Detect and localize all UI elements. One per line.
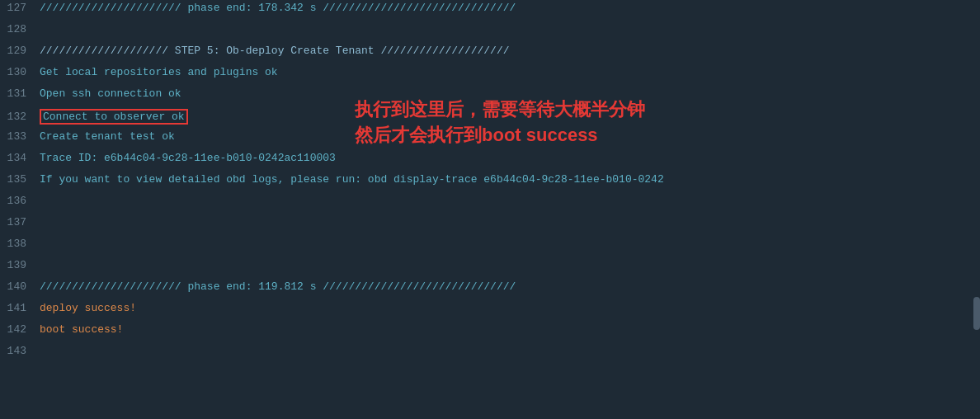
line-content: If you want to view detailed obd logs, p… xyxy=(40,173,664,186)
line-number: 131 xyxy=(0,87,40,100)
terminal-line: 140 ////////////////////// phase end: 11… xyxy=(0,279,980,300)
line-number: 138 xyxy=(0,238,40,250)
terminal-line: 138 xyxy=(0,236,980,257)
line-number: 142 xyxy=(0,323,40,336)
annotation-overlay: 执行到这里后，需要等待大概半分钟 然后才会执行到boot success xyxy=(355,97,645,148)
terminal-line: 134 Trace ID: e6b44c04-9c28-11ee-b010-02… xyxy=(0,150,980,172)
line-content: Create tenant test ok xyxy=(40,130,175,143)
line-content: deploy success! xyxy=(40,302,136,314)
terminal-line: 142 boot success! xyxy=(0,322,980,343)
line-number: 141 xyxy=(0,302,40,314)
line-content: Trace ID: e6b44c04-9c28-11ee-b010-0242ac… xyxy=(40,152,336,164)
line-content-highlighted: Connect to observer ok xyxy=(40,109,188,125)
line-number: 136 xyxy=(0,195,40,207)
line-number: 137 xyxy=(0,216,40,228)
line-number: 134 xyxy=(0,152,40,164)
line-content: Open ssh connection ok xyxy=(40,87,181,100)
terminal-line: 141 deploy success! xyxy=(0,300,980,322)
terminal-line: 130 Get local repositories and plugins o… xyxy=(0,64,980,86)
scrollbar-thumb[interactable] xyxy=(973,297,980,330)
line-number: 140 xyxy=(0,280,40,293)
annotation-line1: 执行到这里后，需要等待大概半分钟 xyxy=(355,97,645,123)
terminal-line: 127 ////////////////////// phase end: 17… xyxy=(0,0,980,21)
line-content: ////////////////////// phase end: 119.81… xyxy=(40,280,516,293)
line-number: 135 xyxy=(0,173,40,186)
terminal-line: 136 xyxy=(0,193,980,214)
highlight-box: Connect to observer ok xyxy=(40,109,188,125)
terminal-window: 127 ////////////////////// phase end: 17… xyxy=(0,0,980,419)
annotation-line2: 然后才会执行到boot success xyxy=(355,123,645,148)
terminal-line: 135 If you want to view detailed obd log… xyxy=(0,172,980,193)
line-content: boot success! xyxy=(40,323,123,336)
terminal-line: 137 xyxy=(0,214,980,236)
line-number: 143 xyxy=(0,345,40,357)
terminal-line: 139 xyxy=(0,257,980,279)
terminal-line: 143 xyxy=(0,343,980,365)
line-number: 139 xyxy=(0,259,40,271)
terminal-line: 129 //////////////////// STEP 5: Ob-depl… xyxy=(0,43,980,64)
line-number: 128 xyxy=(0,23,40,35)
line-number: 133 xyxy=(0,130,40,143)
terminal-line: 128 xyxy=(0,21,980,43)
line-content: //////////////////// STEP 5: Ob-deploy C… xyxy=(40,45,510,57)
line-number: 132 xyxy=(0,111,40,123)
line-number: 129 xyxy=(0,45,40,57)
line-number: 130 xyxy=(0,66,40,78)
line-content: ////////////////////// phase end: 178.34… xyxy=(40,2,516,14)
line-number: 127 xyxy=(0,2,40,14)
line-content: Get local repositories and plugins ok xyxy=(40,66,278,78)
